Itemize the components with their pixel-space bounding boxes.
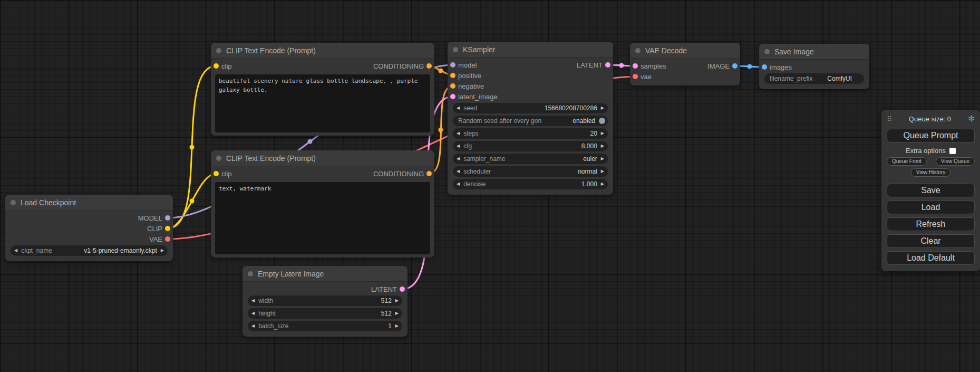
slot-label-vae: vae (641, 73, 652, 81)
view-history-button[interactable]: View History (911, 168, 950, 177)
slot-label-samples: samples (641, 62, 666, 70)
slot-label-clip: clip (221, 62, 232, 70)
collapse-dot-icon[interactable] (216, 156, 221, 161)
node-clip-text-encode-negative[interactable]: CLIP Text Encode (Prompt) clip CONDITION… (211, 150, 434, 257)
collapse-dot-icon[interactable] (11, 200, 16, 205)
increment-arrow-icon[interactable]: ▶ (601, 169, 604, 174)
node-header[interactable]: Save Image (759, 44, 869, 60)
slot-row: model LATENT (448, 60, 613, 70)
height-widget[interactable]: ◀ height 512 ▶ (248, 308, 402, 319)
node-canvas[interactable]: Load Checkpoint MODEL CLIP VAE ◀ ckpt_na… (0, 0, 980, 372)
refresh-button[interactable]: Refresh (887, 217, 975, 231)
queue-front-button[interactable]: Queue Front (887, 157, 927, 166)
scheduler-widget[interactable]: ◀ scheduler normal ▶ (453, 166, 608, 177)
increment-arrow-icon[interactable]: ▶ (601, 106, 604, 110)
vae-input-port[interactable] (633, 74, 638, 79)
collapse-dot-icon[interactable] (248, 271, 253, 276)
ckpt-name-widget[interactable]: ◀ ckpt_name v1-5-pruned-emaonly.ckpt ▶ (11, 245, 168, 256)
toggle-dot-icon[interactable] (599, 118, 605, 124)
node-header[interactable]: KSampler (448, 42, 613, 58)
decrement-arrow-icon[interactable]: ◀ (457, 157, 460, 161)
increment-arrow-icon[interactable]: ▶ (601, 131, 604, 136)
samples-input-port[interactable] (633, 63, 638, 69)
collapse-dot-icon[interactable] (453, 47, 458, 52)
slot-label-clip: clip (221, 170, 232, 178)
collapse-dot-icon[interactable] (764, 49, 770, 54)
decrement-arrow-icon[interactable]: ◀ (457, 182, 460, 186)
load-default-button[interactable]: Load Default (887, 251, 975, 265)
random-seed-toggle-widget[interactable]: Random seed after every gen enabled (453, 116, 608, 126)
conditioning-output-port[interactable] (426, 63, 432, 69)
clip-output-port[interactable] (165, 226, 170, 231)
increment-arrow-icon[interactable]: ▶ (395, 324, 399, 328)
save-button[interactable]: Save (887, 184, 975, 197)
decrement-arrow-icon[interactable]: ◀ (14, 249, 17, 253)
collapse-dot-icon[interactable] (635, 48, 641, 53)
view-queue-button[interactable]: View Queue (936, 157, 975, 166)
node-header[interactable]: Empty Latent Image (242, 266, 407, 282)
load-button[interactable]: Load (887, 201, 975, 214)
node-header[interactable]: VAE Decode (630, 43, 740, 59)
slot-label-latent: LATENT (577, 61, 603, 69)
denoise-widget[interactable]: ◀ denoise 1.000 ▶ (453, 179, 608, 189)
slot-label-positive: positive (458, 72, 481, 80)
batch-size-widget[interactable]: ◀ batch_size 1 ▶ (248, 321, 402, 331)
increment-arrow-icon[interactable]: ▶ (161, 249, 164, 253)
clip-input-port[interactable] (214, 171, 219, 176)
decrement-arrow-icon[interactable]: ◀ (457, 144, 460, 148)
widget-name: Random seed after every gen (458, 117, 541, 125)
model-output-port[interactable] (165, 215, 170, 221)
decrement-arrow-icon[interactable]: ◀ (251, 311, 255, 316)
latent-image-input-port[interactable] (450, 94, 455, 99)
clear-button[interactable]: Clear (887, 234, 975, 248)
increment-arrow-icon[interactable]: ▶ (601, 157, 604, 161)
increment-arrow-icon[interactable]: ▶ (601, 144, 604, 148)
negative-input-port[interactable] (450, 83, 455, 89)
node-title: KSampler (463, 45, 495, 54)
node-header[interactable]: CLIP Text Encode (Prompt) (211, 150, 434, 166)
decrement-arrow-icon[interactable]: ◀ (457, 106, 460, 110)
widget-name: denoise (463, 180, 486, 188)
queue-prompt-button[interactable]: Queue Prompt (887, 129, 975, 142)
steps-widget[interactable]: ◀ steps 20 ▶ (453, 128, 608, 139)
seed-widget[interactable]: ◀ seed 156680208700286 ▶ (453, 103, 608, 113)
positive-input-port[interactable] (450, 73, 455, 78)
extra-options-checkbox[interactable] (949, 148, 956, 154)
node-empty-latent-image[interactable]: Empty Latent Image LATENT ◀ width 512 ▶ … (242, 266, 407, 337)
image-output-port[interactable] (732, 63, 738, 69)
decrement-arrow-icon[interactable]: ◀ (457, 131, 460, 136)
cfg-widget[interactable]: ◀ cfg 8.000 ▶ (453, 141, 608, 151)
latent-output-port[interactable] (400, 287, 405, 292)
images-input-port[interactable] (762, 64, 767, 70)
increment-arrow-icon[interactable]: ▶ (395, 311, 399, 316)
latent-output-port[interactable] (605, 62, 610, 68)
clip-input-port[interactable] (214, 63, 219, 69)
node-save-image[interactable]: Save Image images filename_prefix ComfyU… (759, 44, 869, 89)
decrement-arrow-icon[interactable]: ◀ (251, 299, 255, 303)
node-load-checkpoint[interactable]: Load Checkpoint MODEL CLIP VAE ◀ ckpt_na… (5, 195, 173, 261)
node-vae-decode[interactable]: VAE Decode samples IMAGE vae (630, 43, 740, 85)
node-clip-text-encode-positive[interactable]: CLIP Text Encode (Prompt) clip CONDITION… (211, 43, 434, 136)
width-widget[interactable]: ◀ width 512 ▶ (248, 295, 402, 306)
sampler-name-widget[interactable]: ◀ sampler_name euler ▶ (453, 154, 608, 164)
model-input-port[interactable] (450, 62, 455, 68)
slot-row: clip CONDITIONING (211, 168, 434, 179)
node-title: VAE Decode (645, 46, 687, 55)
node-header[interactable]: Load Checkpoint (5, 195, 173, 211)
collapse-dot-icon[interactable] (216, 48, 221, 53)
drag-handle-icon[interactable]: ⠿ (887, 115, 892, 123)
node-header[interactable]: CLIP Text Encode (Prompt) (211, 43, 434, 59)
increment-arrow-icon[interactable]: ▶ (601, 182, 604, 186)
settings-gear-icon[interactable]: ✻ (968, 114, 975, 123)
prompt-textarea[interactable]: beautiful scenery nature glass bottle la… (215, 74, 430, 132)
widget-value: 1.000 (581, 180, 597, 188)
filename-prefix-widget[interactable]: filename_prefix ComfyUI (764, 73, 864, 84)
slot-label-vae: VAE (149, 235, 162, 243)
conditioning-output-port[interactable] (426, 171, 432, 176)
increment-arrow-icon[interactable]: ▶ (395, 299, 399, 303)
vae-output-port[interactable] (165, 236, 170, 242)
decrement-arrow-icon[interactable]: ◀ (457, 169, 460, 174)
node-ksampler[interactable]: KSampler model LATENT positive negative … (448, 42, 613, 195)
decrement-arrow-icon[interactable]: ◀ (251, 324, 255, 328)
prompt-textarea[interactable]: text, watermark (215, 182, 430, 254)
